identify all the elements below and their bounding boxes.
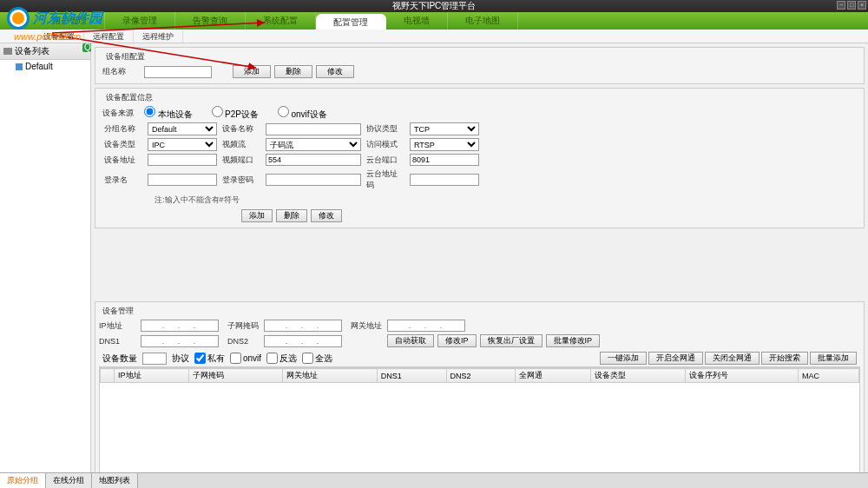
start-search-button[interactable]: 开始搜索 (761, 352, 808, 365)
label-access-mode: 访问模式 (366, 139, 404, 150)
device-manage-section: 设备管理 IP地址 子网掩码 网关地址 DNS1 DNS2 自动获取 修改IP … (95, 301, 865, 476)
device-icon (16, 63, 23, 70)
label-gateway: 网关地址 (351, 320, 384, 332)
device-delete-button[interactable]: 删除 (276, 209, 307, 222)
input-dns1[interactable] (141, 335, 219, 347)
tab-user-manage[interactable]: 用户管理 (35, 12, 105, 30)
input-ptz-addr[interactable] (410, 174, 479, 186)
input-dns2[interactable] (264, 335, 342, 347)
tab-system-config[interactable]: 系统配置 (246, 12, 316, 30)
modify-ip-button[interactable]: 修改IP (437, 334, 477, 347)
radio-local-device[interactable]: 本地设备 (144, 106, 193, 121)
label-dev-type: 设备类型 (104, 139, 142, 150)
batch-modify-ip-button[interactable]: 批量修改IP (546, 334, 601, 347)
select-group-name[interactable]: Default (148, 122, 217, 135)
th-devtype[interactable]: 设备类型 (591, 369, 686, 383)
input-ptz-port[interactable] (410, 154, 479, 166)
input-device-count[interactable] (142, 353, 167, 365)
subtab-remote-maint[interactable]: 远程维护 (134, 30, 183, 43)
group-config-title: 设备组配置 (106, 51, 860, 63)
input-group-name[interactable] (144, 66, 212, 78)
close-allnet-button[interactable]: 关闭全网通 (705, 352, 760, 365)
th-mac[interactable]: MAC (798, 369, 858, 383)
chk-all[interactable]: 全选 (302, 353, 332, 365)
window-title-bar: 视野天下IPC管理平台 − □ × (0, 0, 868, 12)
auto-get-button[interactable]: 自动获取 (387, 334, 434, 347)
select-proto-type[interactable]: TCP (410, 122, 479, 135)
label-dns1: DNS1 (99, 337, 137, 346)
th-gateway[interactable]: 网关地址 (283, 369, 378, 383)
group-modify-button[interactable]: 修改 (316, 65, 354, 78)
th-ip[interactable]: IP地址 (115, 369, 189, 383)
device-modify-button[interactable]: 修改 (311, 209, 342, 222)
label-group-name: 组名称 (102, 66, 141, 77)
bottom-tab-orig-group[interactable]: 原始分组 (0, 473, 46, 488)
label-device-source: 设备来源 (102, 108, 141, 119)
label-ptz-port: 云台端口 (366, 155, 404, 166)
input-dev-name[interactable] (266, 123, 361, 135)
th-subnet[interactable]: 子网掩码 (188, 369, 283, 383)
chk-invert[interactable]: 反选 (266, 353, 297, 365)
th-serial[interactable]: 设备序列号 (685, 369, 798, 383)
input-login-name[interactable] (148, 174, 217, 186)
device-add-button[interactable]: 添加 (241, 209, 273, 222)
label-subnet: 子网掩码 (227, 320, 260, 332)
filter-bar: 设备数量 协议 私有 onvif 反选 全选 一键添加 开启全网通 关闭全网通 … (99, 350, 860, 367)
select-access-mode[interactable]: RTSP (410, 138, 479, 151)
open-allnet-button[interactable]: 开启全网通 (648, 352, 703, 365)
one-click-add-button[interactable]: 一键添加 (600, 352, 647, 365)
th-dns1[interactable]: DNS1 (377, 369, 446, 383)
tree-item-default[interactable]: Default (0, 60, 90, 73)
bottom-tab-map-list[interactable]: 地图列表 (92, 473, 138, 488)
subtab-device-config[interactable]: 设备配置 (35, 30, 84, 43)
device-config-section: 设备配置信息 设备来源 本地设备 P2P设备 onvif设备 分组名称 Defa… (95, 88, 865, 228)
input-gateway[interactable] (387, 320, 465, 332)
bottom-tab-online-group[interactable]: 在线分组 (46, 473, 92, 488)
tab-config-manage[interactable]: 配置管理 (316, 14, 386, 30)
input-ip[interactable] (141, 320, 219, 332)
label-dev-name: 设备名称 (222, 123, 260, 135)
th-checkbox[interactable] (101, 369, 115, 383)
window-title: 视野天下IPC管理平台 (392, 1, 477, 10)
tab-alarm-query[interactable]: 告警查询 (175, 12, 246, 30)
chk-onvif[interactable]: onvif (230, 353, 261, 364)
label-group: 分组名称 (104, 123, 142, 135)
th-allnet[interactable]: 全网通 (516, 369, 591, 383)
chk-private[interactable]: 私有 (194, 353, 225, 365)
label-dev-addr: 设备地址 (104, 155, 142, 166)
label-login-pwd: 登录密码 (222, 175, 260, 186)
label-proto-type: 协议类型 (366, 123, 404, 135)
label-device-count: 设备数量 (102, 353, 137, 365)
device-config-title: 设备配置信息 (106, 92, 860, 103)
sidebar-header: 设备列表 (0, 43, 90, 60)
tab-tvwall[interactable]: 电视墙 (386, 12, 448, 30)
main-tab-bar: 用户管理 录像管理 告警查询 系统配置 配置管理 电视墙 电子地图 (0, 12, 868, 30)
bottom-tab-bar: 原始分组 在线分组 地图列表 (0, 472, 868, 488)
close-button[interactable]: × (858, 1, 866, 10)
input-note: 注:输入中不能含有#符号 (155, 195, 860, 206)
radio-p2p-device[interactable]: P2P设备 (212, 106, 259, 121)
tab-record-manage[interactable]: 录像管理 (105, 12, 175, 30)
tab-emap[interactable]: 电子地图 (448, 12, 518, 30)
label-protocol: 协议 (172, 353, 189, 365)
factory-reset-button[interactable]: 恢复出厂设置 (480, 334, 542, 347)
label-video-port: 视频端口 (222, 155, 260, 166)
label-dns2: DNS2 (227, 337, 260, 346)
th-dns2[interactable]: DNS2 (446, 369, 516, 383)
radio-onvif-device[interactable]: onvif设备 (278, 106, 327, 121)
input-video-port[interactable] (266, 154, 361, 166)
device-table[interactable]: IP地址 子网掩码 网关地址 DNS1 DNS2 全网通 设备类型 设备序列号 … (99, 367, 860, 476)
input-dev-addr[interactable] (148, 154, 217, 166)
minimize-button[interactable]: − (837, 1, 845, 10)
input-subnet[interactable] (264, 320, 342, 332)
input-login-pwd[interactable] (266, 174, 361, 186)
group-delete-button[interactable]: 删除 (274, 65, 312, 78)
batch-add-button[interactable]: 批量添加 (810, 352, 857, 365)
select-video-stream[interactable]: 子码流 (266, 138, 361, 151)
device-list-sidebar: 设备列表 Default (0, 43, 91, 476)
maximize-button[interactable]: □ (847, 1, 856, 10)
select-dev-type[interactable]: IPC (148, 138, 217, 151)
group-add-button[interactable]: 添加 (233, 65, 271, 78)
subtab-remote-config[interactable]: 远程配置 (84, 30, 134, 43)
folder-icon (3, 48, 12, 55)
